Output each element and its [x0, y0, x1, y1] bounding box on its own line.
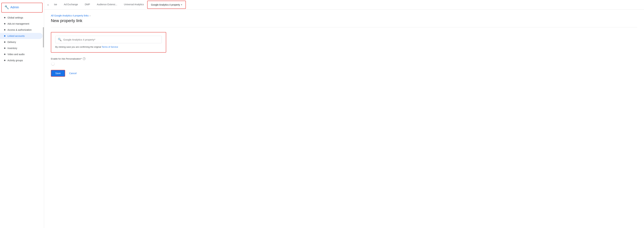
sidebar-item-label: Video and audio — [8, 53, 24, 56]
breadcrumb-link[interactable]: All Google Analytics 4 property links — [51, 14, 89, 17]
sidebar-item-label: Linked accounts — [8, 34, 24, 37]
tab-dmp[interactable]: DMP — [82, 0, 94, 10]
sidebar-item-ads-txt[interactable]: Ads.txt management — [0, 21, 42, 27]
dot-icon — [4, 29, 6, 30]
dot-icon — [4, 54, 6, 55]
sidebar-item-label: Delivery — [8, 41, 16, 44]
sidebar-item-label: Global settings — [8, 16, 23, 19]
content-area: All Google Analytics 4 property links › … — [44, 10, 644, 228]
search-field: 🔍 — [55, 36, 162, 43]
back-button[interactable]: ‹ — [47, 1, 51, 8]
tab-ise[interactable]: ise — [51, 0, 60, 10]
sidebar-item-label: Activity groups — [8, 59, 23, 62]
sidebar-item-access-auth[interactable]: Access & authorization — [0, 27, 42, 33]
sidebar-item-video-audio[interactable]: Video and audio — [0, 51, 42, 57]
breadcrumb: All Google Analytics 4 property links › — [51, 14, 637, 17]
search-input[interactable] — [63, 38, 159, 41]
sidebar: 🔧 Admin Global settings Ads.txt manageme… — [0, 0, 44, 228]
search-icon: 🔍 — [58, 38, 62, 42]
tab-bar: ‹ ise Ad Exchange DMP Audience Extensi..… — [44, 0, 644, 10]
admin-label: Admin — [10, 6, 19, 9]
admin-icon: 🔧 — [4, 5, 9, 10]
dot-icon — [4, 48, 6, 49]
cancel-button[interactable]: Cancel — [68, 70, 78, 76]
sidebar-item-label: Access & authorization — [8, 28, 32, 31]
tab-universal-analytics[interactable]: Universal Analytics — [120, 0, 147, 10]
sidebar-item-delivery[interactable]: Delivery — [0, 39, 42, 45]
scrollbar-thumb — [43, 27, 44, 48]
scrollbar[interactable] — [43, 10, 44, 228]
breadcrumb-separator: › — [90, 14, 90, 17]
tab-items: ise Ad Exchange DMP Audience Extensi... … — [51, 0, 641, 10]
terms-of-service-link[interactable]: Terms of Service — [102, 46, 118, 48]
personalization-label: Enable for Ads Personalization* ? — [51, 57, 166, 60]
tab-audience-extensi[interactable]: Audience Extensi... — [94, 0, 120, 10]
page-title: New property link — [51, 18, 637, 23]
dot-icon — [4, 60, 6, 61]
form-section: 🔍 By clicking save you are confirming th… — [51, 32, 166, 52]
sidebar-item-activity-groups[interactable]: Activity groups — [0, 57, 42, 64]
dot-icon — [4, 42, 6, 43]
sidebar-item-label: Ads.txt management — [8, 22, 29, 25]
chevron-down-icon: ▾ — [181, 4, 182, 6]
save-button[interactable]: Save — [51, 70, 65, 77]
toggle-thumb — [52, 62, 54, 65]
action-row: Save Cancel — [51, 70, 637, 77]
personalization-section: Enable for Ads Personalization* ? — [51, 57, 166, 64]
dot-icon — [4, 23, 6, 24]
admin-header[interactable]: 🔧 Admin — [1, 3, 42, 12]
sidebar-item-label: Inventory — [8, 47, 17, 50]
sidebar-item-inventory[interactable]: Inventory — [0, 45, 42, 51]
terms-text: By clicking save you are confirming the … — [55, 46, 162, 48]
dot-icon — [4, 35, 6, 37]
sidebar-item-global-settings[interactable]: Global settings — [0, 14, 42, 21]
help-icon[interactable]: ? — [83, 57, 86, 60]
sidebar-nav: Global settings Ads.txt management Acces… — [0, 14, 44, 64]
sidebar-item-linked-accounts[interactable]: Linked accounts — [0, 33, 42, 39]
tab-ad-exchange[interactable]: Ad Exchange — [60, 0, 82, 10]
tab-ga4-property[interactable]: Google Analytics 4 property ▾ — [147, 1, 186, 9]
dot-icon — [4, 17, 6, 18]
main-content: ‹ ise Ad Exchange DMP Audience Extensi..… — [44, 0, 644, 228]
